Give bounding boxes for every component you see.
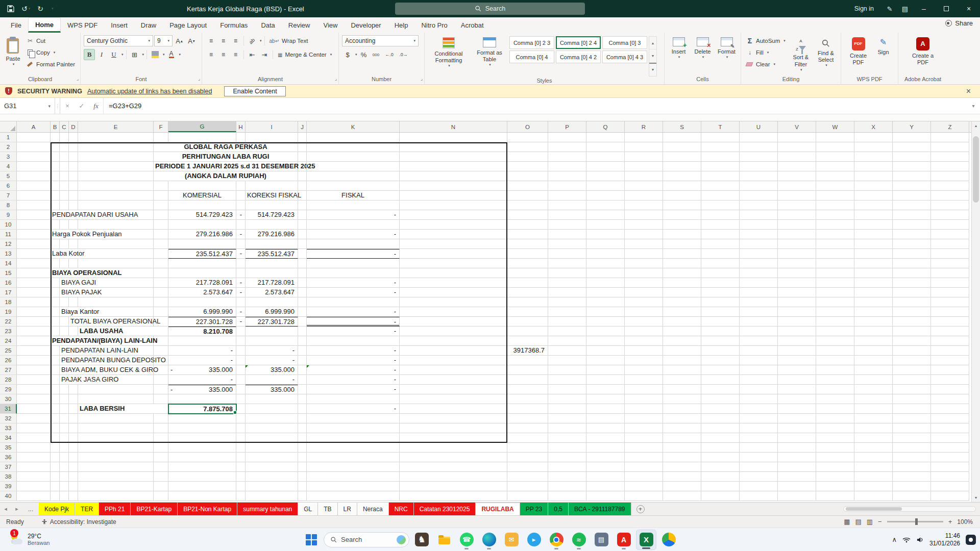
cell-W24[interactable] — [816, 336, 854, 346]
cell-B35[interactable] — [51, 443, 60, 453]
cell-F6[interactable] — [154, 181, 168, 191]
cell-K29[interactable]: - — [307, 385, 400, 394]
cell-S23[interactable] — [663, 327, 701, 336]
cell-D2[interactable] — [69, 142, 78, 152]
cell-I24[interactable] — [246, 336, 298, 346]
cell-B3[interactable] — [51, 152, 60, 162]
row-header-10[interactable]: 10 — [0, 220, 17, 230]
wifi-icon[interactable] — [902, 537, 911, 543]
cell-X14[interactable] — [854, 259, 893, 268]
cell-T12[interactable] — [701, 239, 740, 249]
enable-content-button[interactable]: Enable Content — [224, 86, 285, 96]
cell-N15[interactable] — [400, 268, 507, 278]
cell-X12[interactable] — [854, 239, 893, 249]
cell-X4[interactable] — [854, 162, 893, 171]
pen-icon[interactable]: ✎ — [882, 0, 897, 17]
cell-D35[interactable] — [69, 443, 78, 453]
cell-V24[interactable] — [778, 336, 816, 346]
cell-U35[interactable] — [740, 443, 778, 453]
ribbon-tab-view[interactable]: View — [316, 17, 344, 33]
paste-button[interactable]: Paste▾ — [3, 35, 23, 75]
cell-V8[interactable] — [778, 201, 816, 210]
cell-Q31[interactable] — [586, 404, 625, 414]
cell-S6[interactable] — [663, 181, 701, 191]
cell-A1[interactable] — [17, 133, 51, 142]
edge-icon[interactable] — [479, 530, 499, 550]
cell-Y25[interactable] — [893, 346, 931, 356]
cell-P32[interactable] — [548, 414, 586, 423]
cell-Y31[interactable] — [893, 404, 931, 414]
cell-H36[interactable] — [236, 453, 246, 462]
row-header-38[interactable]: 38 — [0, 472, 17, 482]
cell-Y9[interactable] — [893, 210, 931, 220]
cell-D1[interactable] — [69, 133, 78, 142]
cell-G14[interactable] — [168, 259, 236, 268]
cell-C2[interactable] — [60, 142, 69, 152]
start-button[interactable] — [301, 530, 322, 550]
cell-X30[interactable] — [854, 394, 893, 404]
accessibility-status[interactable]: Accessibility: Investigate — [41, 518, 116, 525]
cell-Z37[interactable] — [931, 462, 969, 472]
cell-G26[interactable]: - — [168, 356, 236, 365]
cell-E33[interactable] — [78, 423, 154, 433]
cell-P24[interactable] — [548, 336, 586, 346]
cell-S2[interactable] — [663, 142, 701, 152]
cell-I6[interactable] — [246, 181, 298, 191]
cell-A25[interactable] — [17, 346, 51, 356]
cell-F16[interactable] — [154, 278, 168, 288]
cell-K28[interactable]: - — [307, 375, 400, 385]
cell-F29[interactable] — [154, 385, 168, 394]
cell-K34[interactable] — [307, 433, 400, 443]
cell-Q24[interactable] — [586, 336, 625, 346]
cell-B2[interactable] — [51, 142, 60, 152]
cell-K35[interactable] — [307, 443, 400, 453]
cell-O11[interactable] — [507, 230, 548, 239]
acrobat-create-pdf-button[interactable]: A Create a PDF — [908, 35, 938, 75]
cell-A13[interactable] — [17, 249, 51, 259]
cell-P39[interactable] — [548, 482, 586, 491]
cell-N34[interactable] — [400, 433, 507, 443]
cell-B14[interactable] — [51, 259, 60, 268]
column-header-G[interactable]: G — [168, 121, 236, 132]
cell-B34[interactable] — [51, 433, 60, 443]
cell-G23[interactable]: 8.210.708 — [168, 327, 236, 336]
cell-T2[interactable] — [701, 142, 740, 152]
cell-U3[interactable] — [740, 152, 778, 162]
cell-O5[interactable] — [507, 171, 548, 181]
restore-button[interactable] — [935, 0, 958, 17]
cell-B32[interactable] — [51, 414, 60, 423]
cell-X16[interactable] — [854, 278, 893, 288]
row-header-17[interactable]: 17 — [0, 288, 17, 297]
cell-W14[interactable] — [816, 259, 854, 268]
cell-I15[interactable] — [246, 268, 298, 278]
cell-C25[interactable]: PENDAPATAN LAIN-LAIN — [60, 346, 154, 356]
cell-O14[interactable] — [507, 259, 548, 268]
cell-W7[interactable] — [816, 191, 854, 201]
cell-R25[interactable] — [625, 346, 663, 356]
cell-U38[interactable] — [740, 472, 778, 482]
column-header-F[interactable]: F — [154, 121, 168, 132]
mail-icon[interactable] — [501, 530, 522, 550]
cell-A10[interactable] — [17, 220, 51, 230]
cell-F1[interactable] — [154, 133, 168, 142]
normal-view-icon[interactable]: ▦ — [844, 518, 850, 525]
ribbon-tab-nitro-pro[interactable]: Nitro Pro — [414, 17, 454, 33]
cell-W26[interactable] — [816, 356, 854, 365]
cell-F15[interactable] — [154, 268, 168, 278]
cell-A33[interactable] — [17, 423, 51, 433]
cell-E30[interactable] — [78, 394, 154, 404]
row-header-1[interactable]: 1 — [0, 133, 17, 142]
cell-D8[interactable] — [69, 201, 78, 210]
cell-Q38[interactable] — [586, 472, 625, 482]
cell-C37[interactable] — [60, 462, 69, 472]
cell-Z8[interactable] — [931, 201, 969, 210]
cell-V25[interactable] — [778, 346, 816, 356]
cell-C5[interactable] — [60, 171, 69, 181]
decrease-indent-button[interactable]: ⇤ — [247, 49, 258, 60]
chrome-icon[interactable] — [546, 530, 567, 550]
cell-W8[interactable] — [816, 201, 854, 210]
row-header-36[interactable]: 36 — [0, 453, 17, 462]
row-header-35[interactable]: 35 — [0, 443, 17, 453]
cell-U40[interactable] — [740, 491, 778, 501]
cell-A39[interactable] — [17, 482, 51, 491]
